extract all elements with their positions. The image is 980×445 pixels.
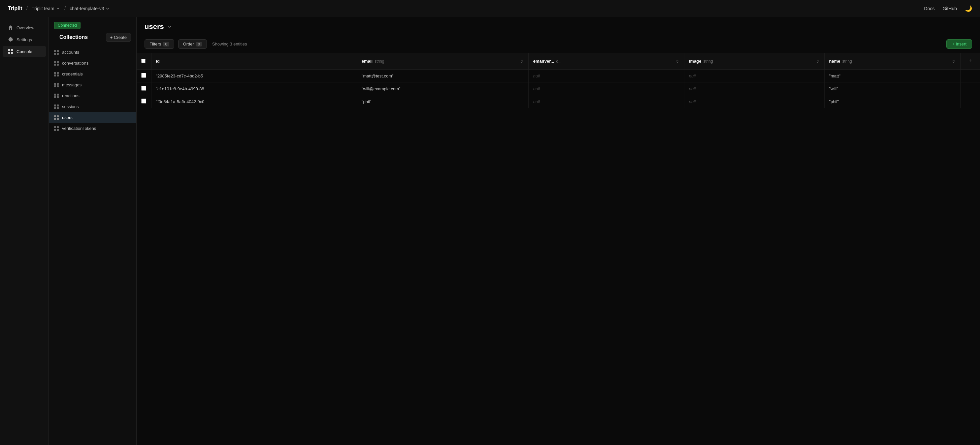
sidebar-item-console[interactable]: Console — [3, 46, 46, 57]
project-chevron-icon — [105, 6, 110, 11]
cell-name-1: "will" — [824, 82, 960, 95]
collection-label: accounts — [62, 50, 79, 55]
entity-title-row: users — [145, 22, 173, 31]
col-name-emailver: emailVer... — [533, 59, 554, 63]
collection-grid-icon — [54, 116, 59, 120]
collection-item-sessions[interactable]: sessions — [49, 101, 136, 112]
team-selector[interactable]: Triplit team — [32, 6, 60, 11]
table-body: "2985fe23-cd7c-4bd2-b5 "matt@test.com" n… — [137, 70, 980, 108]
order-button[interactable]: Order 0 — [178, 39, 207, 49]
table-header-row: id email string — [137, 53, 980, 70]
collection-item-accounts[interactable]: accounts — [49, 47, 136, 58]
name-sort-icon — [951, 59, 956, 63]
insert-button[interactable]: + Insert — [947, 39, 972, 49]
order-label: Order — [183, 41, 194, 46]
col-type-emailver: d... — [556, 59, 562, 63]
col-header-emailver[interactable]: emailVer... d... — [528, 53, 684, 70]
filters-button[interactable]: Filters 0 — [145, 39, 174, 49]
collection-label: messages — [62, 82, 81, 87]
collections-title: Collections — [54, 32, 93, 43]
main-header: users — [137, 17, 980, 35]
cell-id-1: "c1e101c8-9e4b-4999-88 — [151, 82, 357, 95]
collection-label: conversations — [62, 61, 88, 66]
row-checkbox-0[interactable] — [141, 73, 146, 78]
table-row[interactable]: "2985fe23-cd7c-4bd2-b5 "matt@test.com" n… — [137, 70, 980, 82]
collection-item-conversations[interactable]: conversations — [49, 58, 136, 68]
team-chevron-icon — [56, 6, 60, 11]
collection-grid-icon — [54, 50, 59, 55]
table-container[interactable]: id email string — [137, 53, 980, 445]
filters-label: Filters — [150, 41, 161, 46]
cell-image-0: null — [684, 70, 824, 82]
col-type-name: string — [842, 59, 852, 63]
collection-label: users — [62, 115, 73, 120]
docs-link[interactable]: Docs — [924, 6, 935, 11]
collection-grid-icon — [54, 126, 59, 131]
collection-item-reactions[interactable]: reactions — [49, 90, 136, 101]
entity-dropdown-button[interactable] — [167, 24, 173, 30]
email-sort-icon — [520, 59, 523, 63]
collections-panel: Connected Collections + Create accounts … — [49, 17, 137, 445]
sidebar-item-overview[interactable]: Overview — [3, 22, 46, 33]
cell-emailver-1: null — [528, 82, 684, 95]
col-header-email[interactable]: email string — [357, 53, 528, 70]
create-collection-button[interactable]: + Create — [106, 33, 131, 42]
project-selector[interactable]: chat-template-v3 — [70, 6, 110, 11]
entity-title: users — [145, 22, 164, 31]
cell-extra-1 — [960, 82, 980, 95]
add-column-header[interactable]: + — [960, 53, 980, 70]
cell-name-2: "phil" — [824, 95, 960, 108]
cell-email-0: "matt@test.com" — [357, 70, 528, 82]
table-row[interactable]: "f0e54a1a-5afb-4042-9c0 "phil" null null… — [137, 95, 980, 108]
theme-toggle-button[interactable]: 🌙 — [965, 5, 972, 12]
col-header-image[interactable]: image string — [684, 53, 824, 70]
topnav: Triplit / Triplit team / chat-template-v… — [0, 0, 980, 17]
collection-item-users[interactable]: users — [49, 112, 136, 123]
collection-item-credentials[interactable]: credentials — [49, 68, 136, 79]
cell-emailver-2: null — [528, 95, 684, 108]
collection-label: sessions — [62, 104, 79, 109]
row-checkbox-1[interactable] — [141, 86, 146, 91]
collection-list: accounts conversations credentials messa… — [49, 47, 136, 134]
col-header-name[interactable]: name string — [824, 53, 960, 70]
svg-rect-3 — [11, 52, 13, 54]
svg-rect-0 — [8, 49, 10, 51]
select-all-header — [137, 53, 151, 70]
sep1: / — [26, 6, 28, 11]
entities-table: id email string — [137, 53, 980, 108]
collection-grid-icon — [54, 83, 59, 87]
cell-extra-0 — [960, 70, 980, 82]
row-checkbox-cell — [137, 95, 151, 108]
sep2: / — [64, 6, 66, 11]
showing-entities-text: Showing 3 entities — [212, 41, 247, 46]
cell-email-2: "phil" — [357, 95, 528, 108]
collection-item-verificationTokens[interactable]: verificationTokens — [49, 123, 136, 134]
collection-label: credentials — [62, 71, 83, 76]
row-checkbox-cell — [137, 82, 151, 95]
console-grid-icon — [8, 49, 13, 54]
row-checkbox-cell — [137, 70, 151, 82]
table-row[interactable]: "c1e101c8-9e4b-4999-88 "will@example.com… — [137, 82, 980, 95]
team-label: Triplit team — [32, 6, 54, 11]
add-column-button[interactable]: + — [965, 56, 976, 66]
sidebar: Overview Settings Console — [0, 17, 49, 445]
collection-grid-icon — [54, 72, 59, 76]
project-label: chat-template-v3 — [70, 6, 104, 11]
body-layout: Overview Settings Console Connected Coll… — [0, 17, 980, 445]
select-all-checkbox[interactable] — [141, 59, 145, 63]
svg-rect-1 — [11, 49, 13, 51]
col-header-id[interactable]: id — [151, 53, 357, 70]
order-count-badge: 0 — [196, 42, 202, 46]
svg-rect-2 — [8, 52, 10, 54]
main-content: users Filters 0 Order 0 Showing 3 entiti… — [137, 17, 980, 445]
col-type-email: string — [374, 59, 384, 63]
sidebar-overview-label: Overview — [16, 25, 34, 30]
row-checkbox-2[interactable] — [141, 98, 146, 103]
cell-id-2: "f0e54a1a-5afb-4042-9c0 — [151, 95, 357, 108]
github-link[interactable]: GitHub — [942, 6, 957, 11]
sidebar-item-settings[interactable]: Settings — [3, 34, 46, 45]
collection-item-messages[interactable]: messages — [49, 79, 136, 90]
cell-id-0: "2985fe23-cd7c-4bd2-b5 — [151, 70, 357, 82]
filter-row: Filters 0 Order 0 Showing 3 entities + I… — [137, 35, 980, 53]
cell-image-1: null — [684, 82, 824, 95]
